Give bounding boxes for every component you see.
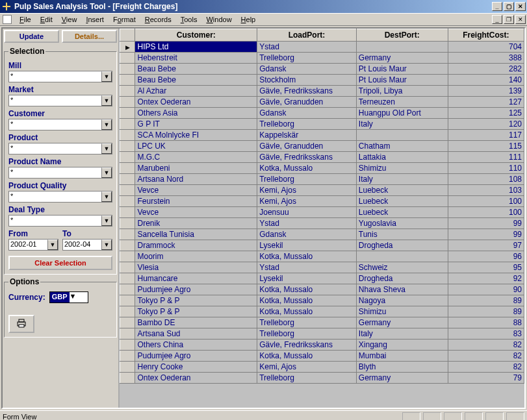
cell-freightcost[interactable]: 704 — [448, 42, 524, 53]
cell-destport[interactable] — [356, 251, 448, 262]
row-selector[interactable] — [120, 340, 135, 351]
cell-loadport[interactable]: Gävle, Granudden — [257, 97, 357, 108]
row-selector[interactable] — [120, 284, 135, 295]
cell-loadport[interactable]: Trelleborg — [257, 317, 357, 328]
table-row[interactable]: Tokyo P & PKotka, MussaloShimizu89 — [120, 306, 524, 317]
table-row[interactable]: G P ITTrelleborgItaly120 — [120, 119, 524, 130]
row-selector[interactable] — [120, 97, 135, 108]
update-button[interactable]: Update — [4, 30, 59, 43]
cell-destport[interactable]: Germany — [356, 53, 448, 64]
table-row[interactable]: MarubeniKotka, MussaloShimizu110 — [120, 163, 524, 174]
col-freightcost[interactable]: FreightCost: — [448, 29, 524, 42]
cell-freightcost[interactable]: 108 — [448, 174, 524, 185]
cell-loadport[interactable]: Gdansk — [257, 64, 357, 75]
cell-freightcost[interactable]: 120 — [448, 119, 524, 130]
cell-freightcost[interactable]: 83 — [448, 328, 524, 340]
cell-freightcost[interactable]: 99 — [448, 229, 524, 240]
cell-destport[interactable]: Blyth — [356, 362, 448, 373]
cell-freightcost[interactable]: 139 — [448, 86, 524, 97]
table-row[interactable]: Ontex OederanTrelleborgGermany79 — [120, 373, 524, 384]
cell-customer[interactable]: LPC UK — [135, 141, 257, 152]
cell-loadport[interactable]: Trelleborg — [257, 119, 357, 130]
cell-customer[interactable]: Marubeni — [135, 163, 257, 174]
row-selector[interactable] — [120, 53, 135, 64]
cell-freightcost[interactable]: 95 — [448, 262, 524, 273]
menu-records[interactable]: Records — [141, 14, 175, 25]
cell-freightcost[interactable]: 111 — [448, 152, 524, 163]
row-selector[interactable] — [120, 240, 135, 251]
row-selector[interactable] — [120, 163, 135, 174]
product-name-combo[interactable]: * ▼ — [8, 167, 112, 179]
minimize-button[interactable]: _ — [492, 2, 502, 11]
cell-destport[interactable] — [356, 130, 448, 141]
table-row[interactable]: VevceJoensuuLuebeck100 — [120, 207, 524, 218]
product-quality-dropdown-icon[interactable]: ▼ — [101, 191, 112, 202]
mdi-minimize-button[interactable]: _ — [492, 15, 502, 24]
row-selector[interactable] — [120, 141, 135, 152]
row-selector[interactable] — [120, 86, 135, 97]
table-row[interactable]: Pudumjee AgroKotka, MussaloMumbai82 — [120, 351, 524, 362]
cell-destport[interactable]: Nhava Sheva — [356, 284, 448, 295]
row-selector[interactable] — [120, 295, 135, 306]
menu-tools[interactable]: Tools — [177, 14, 201, 25]
cell-freightcost[interactable]: 90 — [448, 284, 524, 295]
cell-destport[interactable]: Chatham — [356, 141, 448, 152]
table-row[interactable]: Sancella TunisiaGdanskTunis99 — [120, 229, 524, 240]
table-row[interactable]: VevceKemi, AjosLuebeck103 — [120, 185, 524, 196]
cell-freightcost[interactable]: 82 — [448, 362, 524, 373]
product-combo[interactable]: * ▼ — [8, 143, 112, 154]
cell-loadport[interactable]: Gävle, Fredriksskans — [257, 340, 357, 351]
product-dropdown-icon[interactable]: ▼ — [101, 143, 112, 154]
cell-customer[interactable]: Humancare — [135, 273, 257, 284]
cell-customer[interactable]: Ontex Oederan — [135, 373, 257, 384]
col-loadport[interactable]: LoadPort: — [257, 29, 357, 42]
table-row[interactable]: HebenstreitTrelleborgGermany388 — [120, 53, 524, 64]
close-button[interactable]: ✕ — [515, 2, 526, 11]
cell-freightcost[interactable]: 100 — [448, 196, 524, 207]
cell-loadport[interactable]: Lysekil — [257, 273, 357, 284]
col-destport[interactable]: DestPort: — [356, 29, 448, 42]
row-selector[interactable] — [120, 108, 135, 119]
table-row[interactable]: SCA Molnlycke FIKappelskär117 — [120, 130, 524, 141]
from-combo[interactable]: 2002-01 ▼ — [8, 239, 58, 251]
cell-customer[interactable]: Vevce — [135, 207, 257, 218]
cell-destport[interactable]: Luebeck — [356, 196, 448, 207]
cell-freightcost[interactable]: 110 — [448, 163, 524, 174]
cell-loadport[interactable]: Kemi, Ajos — [257, 362, 357, 373]
cell-destport[interactable]: Drogheda — [356, 240, 448, 251]
row-selector[interactable] — [120, 362, 135, 373]
cell-loadport[interactable]: Ystad — [257, 262, 357, 273]
cell-destport[interactable]: Italy — [356, 328, 448, 340]
cell-loadport[interactable]: Kotka, Mussalo — [257, 295, 357, 306]
currency-combo[interactable]: GBP ▼ — [49, 291, 88, 303]
row-selector[interactable] — [120, 262, 135, 273]
cell-freightcost[interactable]: 89 — [448, 306, 524, 317]
cell-loadport[interactable]: Kotka, Mussalo — [257, 284, 357, 295]
cell-destport[interactable] — [356, 42, 448, 53]
table-row[interactable]: HIPS LtdYstad704 — [120, 42, 524, 53]
menu-file[interactable]: File — [16, 14, 35, 25]
cell-loadport[interactable]: Kotka, Mussalo — [257, 351, 357, 362]
cell-freightcost[interactable]: 92 — [448, 273, 524, 284]
table-row[interactable]: Henry CookeKemi, AjosBlyth82 — [120, 362, 524, 373]
table-row[interactable]: Others AsiaGdanskHuangpu Old Port125 — [120, 108, 524, 119]
cell-customer[interactable]: Artsana Nord — [135, 174, 257, 185]
cell-customer[interactable]: Beau Bebe — [135, 75, 257, 86]
cell-destport[interactable]: Xingang — [356, 340, 448, 351]
table-row[interactable]: DrammockLysekilDrogheda97 — [120, 240, 524, 251]
row-selector[interactable] — [120, 251, 135, 262]
cell-freightcost[interactable]: 79 — [448, 373, 524, 384]
cell-destport[interactable]: Mumbai — [356, 351, 448, 362]
cell-destport[interactable]: Germany — [356, 317, 448, 328]
cell-customer[interactable]: Vevce — [135, 185, 257, 196]
row-selector-header[interactable] — [120, 29, 135, 42]
cell-customer[interactable]: G P IT — [135, 119, 257, 130]
table-row[interactable]: M.G.CGävle, FredriksskansLattakia111 — [120, 152, 524, 163]
customer-dropdown-icon[interactable]: ▼ — [101, 119, 112, 130]
row-selector[interactable] — [120, 207, 135, 218]
cell-loadport[interactable]: Ystad — [257, 42, 357, 53]
row-selector[interactable] — [120, 328, 135, 340]
cell-customer[interactable]: Moorim — [135, 251, 257, 262]
currency-dropdown-icon[interactable]: ▼ — [70, 292, 77, 303]
cell-customer[interactable]: HIPS Ltd — [135, 42, 257, 53]
